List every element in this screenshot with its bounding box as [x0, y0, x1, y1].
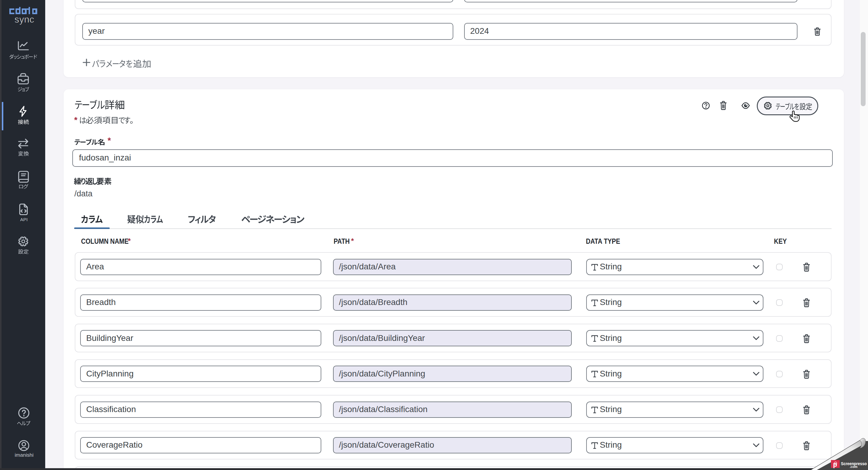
svg-text:.com: .com	[849, 465, 858, 469]
